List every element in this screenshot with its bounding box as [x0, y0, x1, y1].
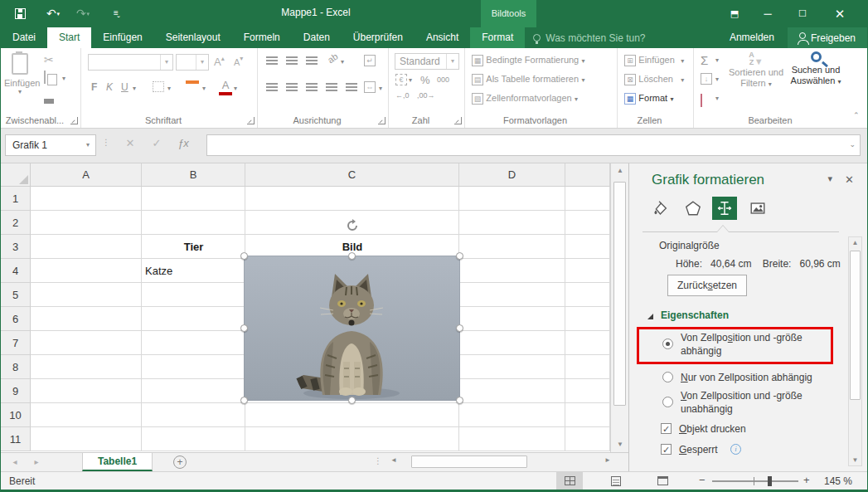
enter-icon[interactable]: ✓: [147, 137, 167, 149]
pane-tab-picture[interactable]: [745, 197, 770, 220]
font-dialog-launcher-icon[interactable]: [247, 117, 255, 124]
resize-handle-w[interactable]: [240, 324, 248, 332]
sign-in-button[interactable]: Anmelden: [716, 27, 788, 48]
scroll-down-icon[interactable]: ▼: [613, 441, 627, 448]
bold-button[interactable]: F: [91, 81, 97, 93]
align-top-icon[interactable]: [266, 56, 278, 65]
tab-format[interactable]: Format: [470, 27, 525, 48]
radio-label-dont-move-with-cells[interactable]: Von Zellposition und -größe unabhängig: [681, 389, 826, 416]
fill-icon[interactable]: ↓: [701, 73, 712, 85]
resize-handle-ne[interactable]: [456, 252, 463, 260]
row-header-2[interactable]: 2: [1, 211, 31, 235]
name-box-dropdown-icon[interactable]: ▾: [80, 135, 95, 155]
delete-cells-button[interactable]: ⊠ Löschen ▾: [624, 73, 684, 85]
resize-handle-se[interactable]: [456, 397, 463, 404]
page-layout-view-icon[interactable]: [603, 472, 629, 490]
resize-handle-nw[interactable]: [240, 252, 248, 260]
row-header-10[interactable]: 10: [1, 403, 31, 427]
tab-daten[interactable]: Daten: [292, 27, 342, 48]
insert-cells-button[interactable]: ⊞ Einfügen ▾: [624, 54, 684, 66]
undo-icon[interactable]: ↶▾: [41, 5, 65, 22]
cell-styles-button[interactable]: ▧ Zellenformatvorlagen ▾: [472, 92, 578, 105]
column-header-D[interactable]: D: [459, 163, 565, 187]
zoom-slider-thumb[interactable]: [768, 476, 772, 486]
vertical-scrollbar[interactable]: ▲ ▼: [610, 163, 628, 452]
info-icon[interactable]: i: [730, 444, 741, 455]
clear-icon[interactable]: [701, 95, 702, 106]
sort-filter-button[interactable]: AZ▼ Sortieren undFiltern ▾: [727, 51, 785, 90]
currency-icon[interactable]: €: [395, 74, 407, 85]
checkbox-label-print-object[interactable]: Objekt drucken: [679, 422, 746, 436]
sheet-tab-tabelle1[interactable]: Tabelle1: [82, 453, 153, 471]
autosum-icon[interactable]: Σ: [701, 53, 708, 67]
pane-tab-effects[interactable]: [681, 197, 706, 220]
row-header-1[interactable]: 1: [1, 187, 31, 211]
radio-label-move-with-cells[interactable]: Nur von Zellposition abhängig: [681, 371, 855, 384]
checkbox-label-locked[interactable]: Gesperrt: [679, 443, 718, 456]
collapse-ribbon-icon[interactable]: ⌃: [853, 111, 860, 119]
customize-qat-icon[interactable]: ≡̬: [107, 5, 125, 22]
alignment-dialog-launcher-icon[interactable]: [378, 117, 386, 124]
ribbon-display-options-icon[interactable]: ⬒: [720, 0, 749, 27]
fill-color-icon[interactable]: [186, 80, 199, 84]
radio-move-size-with-cells[interactable]: [662, 339, 673, 349]
rotate-handle-icon[interactable]: [345, 218, 360, 233]
redo-icon[interactable]: ↷▾: [70, 5, 95, 22]
borders-icon[interactable]: [153, 81, 164, 92]
hscroll-right-icon[interactable]: ►: [601, 456, 614, 464]
row-header-3[interactable]: 3: [1, 235, 31, 259]
underline-button[interactable]: U: [121, 81, 129, 93]
tell-me-box[interactable]: Was möchten Sie tun?: [525, 27, 653, 48]
row-header-8[interactable]: 8: [1, 355, 31, 379]
tab-ueberpruefen[interactable]: Überprüfen: [342, 27, 415, 48]
decrease-indent-icon[interactable]: [326, 83, 337, 91]
italic-button[interactable]: K: [106, 81, 113, 93]
align-bottom-icon[interactable]: [306, 56, 318, 65]
wrap-text-icon[interactable]: ↵: [364, 55, 376, 66]
pane-scroll-down-icon[interactable]: ▼: [849, 456, 861, 464]
pane-scroll-thumb[interactable]: [850, 251, 861, 400]
cell-B3[interactable]: Tier: [142, 235, 245, 259]
checkbox-locked[interactable]: ✓: [661, 444, 672, 455]
hscroll-left-icon[interactable]: ◄: [387, 456, 400, 464]
checkbox-print-object[interactable]: ✓: [661, 423, 672, 434]
page-break-view-icon[interactable]: [649, 472, 676, 490]
align-middle-icon[interactable]: [286, 56, 298, 65]
insert-function-icon[interactable]: ƒx: [173, 137, 193, 149]
zoom-out-icon[interactable]: −: [699, 474, 706, 486]
minimize-icon[interactable]: ─: [754, 0, 782, 27]
zoom-in-icon[interactable]: +: [803, 474, 810, 486]
percent-icon[interactable]: %: [420, 74, 430, 86]
scroll-up-icon[interactable]: ▲: [613, 167, 627, 174]
cut-icon[interactable]: ✂: [44, 53, 54, 66]
number-format-combobox[interactable]: Standard▾: [395, 53, 459, 70]
cancel-icon[interactable]: ✕: [120, 137, 140, 149]
select-all-corner[interactable]: [1, 163, 31, 187]
reset-button[interactable]: Zurücksetzen: [667, 275, 747, 296]
zoom-slider-track[interactable]: [712, 480, 798, 482]
tab-formeln[interactable]: Formeln: [232, 27, 292, 48]
resize-handle-s[interactable]: [348, 397, 356, 404]
align-left-icon[interactable]: [266, 83, 278, 91]
font-color-icon[interactable]: A: [219, 79, 232, 95]
resize-handle-sw[interactable]: [240, 397, 248, 404]
column-header-A[interactable]: A: [31, 163, 142, 187]
tab-ansicht[interactable]: Ansicht: [415, 27, 470, 48]
pane-scroll-up-icon[interactable]: ▲: [849, 239, 861, 246]
picture-grafik1[interactable]: [244, 256, 460, 401]
align-center-icon[interactable]: [286, 83, 298, 91]
format-painter-icon[interactable]: [44, 91, 46, 103]
tab-datei[interactable]: Datei: [1, 27, 47, 48]
row-header-6[interactable]: 6: [1, 307, 31, 331]
resize-handle-e[interactable]: [456, 324, 463, 332]
tab-start[interactable]: Start: [47, 27, 91, 48]
row-header-7[interactable]: 7: [1, 331, 31, 355]
name-box[interactable]: Grafik 1▾: [5, 134, 96, 156]
pane-tab-fill-line[interactable]: [647, 197, 672, 220]
copy-icon[interactable]: [44, 71, 46, 83]
format-cells-button[interactable]: ▦ Format ▾: [624, 92, 674, 105]
merge-center-icon[interactable]: ⇔: [364, 81, 376, 93]
tab-seitenlayout[interactable]: Seitenlayout: [154, 27, 232, 48]
normal-view-icon[interactable]: [556, 472, 583, 490]
number-dialog-launcher-icon[interactable]: [454, 117, 462, 124]
